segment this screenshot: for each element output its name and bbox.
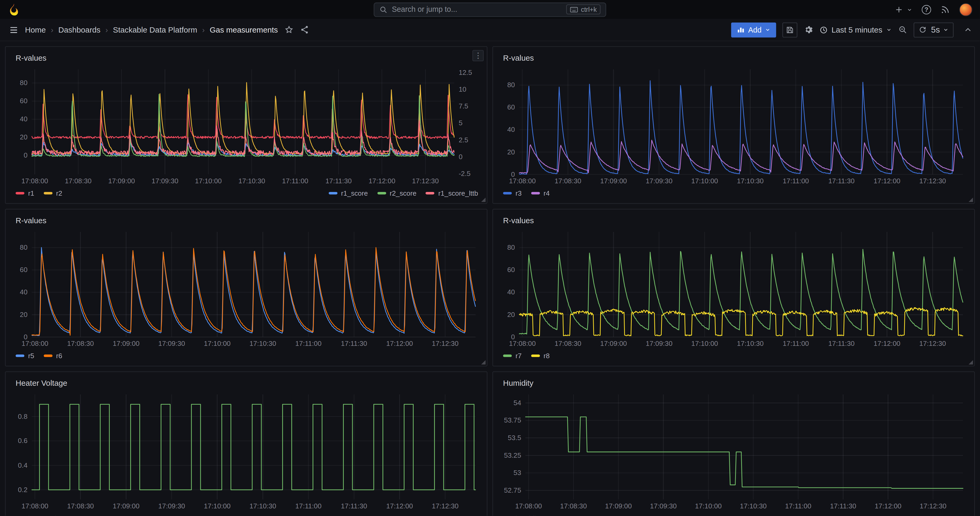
refresh-button[interactable] <box>919 26 927 34</box>
panel-title[interactable]: R-values <box>16 217 46 225</box>
panel-title[interactable]: Heater Voltage <box>16 379 67 388</box>
svg-text:20: 20 <box>20 311 27 319</box>
breadcrumb-current-dashboard[interactable]: Gas measurements <box>210 25 278 34</box>
panel-title[interactable]: R-values <box>503 54 534 62</box>
svg-text:17:09:30: 17:09:30 <box>646 339 672 347</box>
panel-r-values-4: R-values17:08:0017:08:3017:09:0017:09:30… <box>492 209 975 366</box>
grafana-logo[interactable] <box>8 3 20 16</box>
svg-text:40: 40 <box>20 288 27 296</box>
legend-item-r5[interactable]: r5 <box>16 352 34 360</box>
time-range-label: Last 5 minutes <box>832 25 882 34</box>
time-series-chart[interactable]: 17:08:0017:08:3017:09:0017:09:3017:10:00… <box>11 227 482 349</box>
legend-item-r2_score[interactable]: r2_score <box>377 190 417 197</box>
legend-item-r6[interactable]: r6 <box>44 352 62 360</box>
svg-text:17:08:30: 17:08:30 <box>555 177 581 185</box>
grafana-flame-icon <box>8 3 20 16</box>
breadcrumb-home[interactable]: Home <box>25 25 46 34</box>
favorite-star-button[interactable] <box>284 25 293 34</box>
dashboard-toolbar: Home › Dashboards › Stackable Data Platf… <box>0 19 980 41</box>
legend-label: r7 <box>515 352 522 360</box>
menu-toggle-button[interactable] <box>9 25 19 35</box>
svg-text:60: 60 <box>20 266 27 274</box>
panel-menu-button[interactable]: ⋮ <box>473 50 484 61</box>
svg-text:17:11:30: 17:11:30 <box>830 502 856 510</box>
svg-text:-2.5: -2.5 <box>459 170 471 177</box>
svg-text:0: 0 <box>511 333 515 341</box>
collapse-topbar-button[interactable] <box>964 22 972 37</box>
legend-item-r2[interactable]: r2 <box>44 190 62 197</box>
breadcrumb-dashboards[interactable]: Dashboards <box>58 25 100 34</box>
user-avatar[interactable] <box>959 3 972 16</box>
panel-r-values-2: R-values17:08:0017:08:3017:09:0017:09:30… <box>492 46 975 204</box>
legend-item-r4[interactable]: r4 <box>531 190 550 197</box>
svg-text:17:11:30: 17:11:30 <box>828 339 854 347</box>
svg-text:17:08:30: 17:08:30 <box>555 339 581 347</box>
help-button[interactable]: ? <box>922 5 931 14</box>
svg-text:60: 60 <box>20 97 27 105</box>
legend-item-r1[interactable]: r1 <box>16 190 34 197</box>
panel-title[interactable]: Humidity <box>503 379 534 388</box>
time-series-chart[interactable]: 17:08:0017:08:3017:09:0017:09:3017:10:00… <box>11 64 482 187</box>
add-button[interactable]: Add <box>731 22 776 37</box>
panel-resize-handle[interactable] <box>481 360 485 365</box>
svg-text:60: 60 <box>508 103 515 111</box>
svg-text:12.5: 12.5 <box>459 68 472 76</box>
news-button[interactable] <box>940 5 950 14</box>
search-icon <box>379 5 387 13</box>
legend-item-r1_score[interactable]: r1_score <box>329 190 368 197</box>
shortcut-label: ctrl+k <box>581 5 597 13</box>
legend-item-r3[interactable]: r3 <box>503 190 522 197</box>
time-series-chart[interactable]: 17:08:0017:08:3017:09:0017:09:3017:10:00… <box>498 389 969 512</box>
svg-text:17:12:00: 17:12:00 <box>386 339 413 347</box>
time-series-chart[interactable]: 17:08:0017:08:3017:09:0017:09:3017:10:00… <box>498 64 969 187</box>
legend-label: heatervoltage <box>28 515 70 516</box>
legend-item-r8[interactable]: r8 <box>531 352 550 360</box>
legend-item-r1_score_lttb[interactable]: r1_score_lttb <box>426 190 478 197</box>
panel-resize-handle[interactable] <box>969 197 973 202</box>
svg-text:60: 60 <box>508 266 515 274</box>
series-color-swatch <box>426 192 434 194</box>
svg-text:17:09:00: 17:09:00 <box>605 502 632 510</box>
svg-text:7.5: 7.5 <box>459 102 468 110</box>
svg-text:40: 40 <box>20 115 27 123</box>
svg-text:17:11:00: 17:11:00 <box>282 177 309 185</box>
time-series-chart[interactable]: 17:08:0017:08:3017:09:0017:09:3017:10:00… <box>11 389 482 512</box>
svg-text:17:12:30: 17:12:30 <box>919 177 946 185</box>
legend-label: r2_score <box>390 190 417 197</box>
panel-title[interactable]: R-values <box>16 54 46 62</box>
time-series-chart[interactable]: 17:08:0017:08:3017:09:0017:09:3017:10:00… <box>498 227 969 349</box>
panel-header: R-values <box>498 52 969 65</box>
svg-text:17:10:00: 17:10:00 <box>204 502 231 510</box>
chart-legend: r3r4 <box>498 187 969 198</box>
legend-label: r5 <box>28 352 34 360</box>
legend-item-r7[interactable]: r7 <box>503 352 522 360</box>
time-range-picker[interactable]: Last 5 minutes <box>819 22 892 37</box>
svg-text:17:12:00: 17:12:00 <box>386 502 413 510</box>
dashboard-settings-button[interactable] <box>803 22 813 37</box>
refresh-interval-picker[interactable]: 5s <box>931 25 949 34</box>
svg-text:17:09:30: 17:09:30 <box>650 502 677 510</box>
save-dashboard-button[interactable] <box>782 22 797 37</box>
legend-item-heatervoltage[interactable]: heatervoltage <box>16 515 70 516</box>
svg-text:17:12:30: 17:12:30 <box>432 502 458 510</box>
breadcrumb-separator: › <box>51 25 54 34</box>
svg-text:17:10:00: 17:10:00 <box>695 502 722 510</box>
panel-resize-handle[interactable] <box>969 360 973 365</box>
new-menu-button[interactable] <box>894 5 912 14</box>
search-input[interactable]: Search or jump to... ctrl+k <box>374 2 606 16</box>
svg-text:17:08:30: 17:08:30 <box>560 502 587 510</box>
breadcrumb-folder[interactable]: Stackable Data Platform <box>113 25 197 34</box>
panel-resize-handle[interactable] <box>481 197 485 202</box>
zoom-out-button[interactable] <box>898 22 907 37</box>
svg-text:17:09:30: 17:09:30 <box>158 339 185 347</box>
clock-icon <box>819 25 828 34</box>
panel-title[interactable]: R-values <box>503 217 534 225</box>
share-button[interactable] <box>300 25 309 34</box>
svg-text:17:10:00: 17:10:00 <box>204 339 231 347</box>
legend-item-humidity[interactable]: humidity <box>503 515 541 516</box>
chart-legend: humidity <box>498 512 969 516</box>
news-icon <box>940 5 950 14</box>
svg-text:17:11:30: 17:11:30 <box>828 177 854 185</box>
svg-text:53.75: 53.75 <box>504 416 521 424</box>
svg-text:17:10:30: 17:10:30 <box>249 339 276 347</box>
